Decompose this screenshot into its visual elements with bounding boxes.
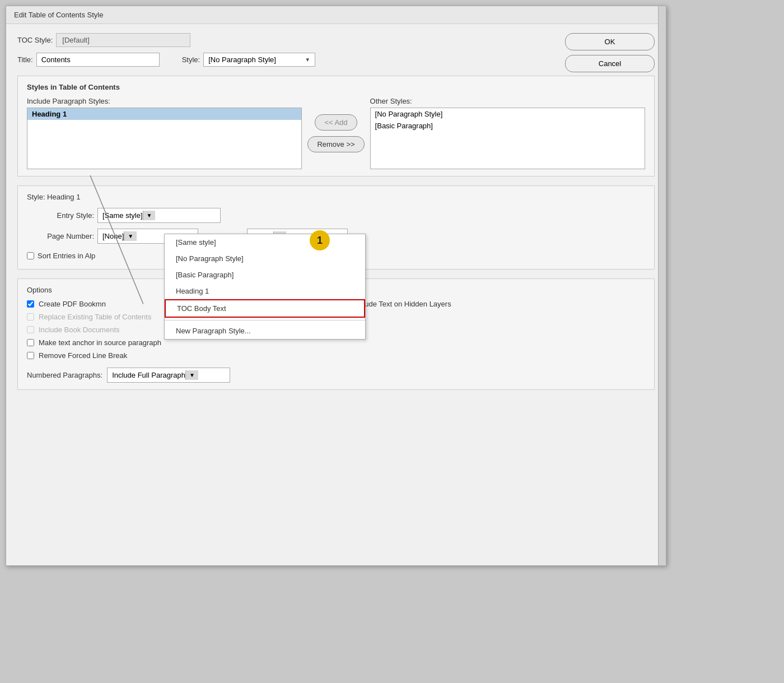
menu-item-no-paragraph[interactable]: [No Paragraph Style] <box>165 250 365 267</box>
page-number-arrow[interactable]: ▼ <box>124 231 137 241</box>
other-list[interactable]: [No Paragraph Style] [Basic Paragraph] <box>370 108 645 169</box>
list-item[interactable]: [No Paragraph Style] <box>371 108 645 120</box>
styles-section-title: Styles in Table of Contents <box>27 83 645 91</box>
cancel-button[interactable]: Cancel <box>565 55 655 72</box>
numbered-paragraphs-arrow[interactable]: ▼ <box>185 370 198 380</box>
ok-button[interactable]: OK <box>565 33 655 50</box>
toc-style-label: TOC Style: <box>17 36 53 44</box>
create-pdf-label: Create PDF Bookmn <box>39 300 106 308</box>
make-text-anchor-checkbox[interactable] <box>27 339 34 346</box>
page-number-label: Page Number: <box>27 232 94 240</box>
remove-forced-checkbox[interactable] <box>27 352 34 359</box>
include-book-checkbox[interactable] <box>27 326 34 333</box>
include-label: Include Paragraph Styles: <box>27 97 302 105</box>
styles-section: Styles in Table of Contents Include Para… <box>17 76 655 176</box>
list-item[interactable]: Heading 1 <box>27 108 301 120</box>
remove-button[interactable]: Remove >> <box>307 136 364 152</box>
create-pdf-checkbox[interactable] <box>27 300 34 308</box>
numbered-paragraphs-value: Include Full Paragraph <box>112 371 185 379</box>
style-dropdown-arrow: ▼ <box>305 57 310 63</box>
sort-entries-label: Sort Entries in Alp <box>38 252 95 260</box>
menu-item-toc-body[interactable]: TOC Body Text <box>165 299 365 318</box>
include-hidden-layers-label: Include Text on Hidden Layers <box>353 300 451 308</box>
entry-style-value: [Same style] <box>102 211 143 220</box>
include-list[interactable]: Heading 1 <box>27 108 302 169</box>
dialog-title: Edit Table of Contents Style <box>6 6 666 24</box>
make-text-anchor-label: Make text anchor in source paragraph <box>39 338 161 347</box>
entry-style-arrow[interactable]: ▼ <box>143 211 156 220</box>
remove-forced-label: Remove Forced Line Break <box>39 351 127 360</box>
entry-style-label: Entry Style: <box>27 211 94 220</box>
title-input[interactable] <box>36 53 160 67</box>
menu-item-new-style[interactable]: New Paragraph Style... <box>165 323 365 339</box>
list-item[interactable]: [Basic Paragraph] <box>371 120 645 132</box>
numbered-paragraphs-dropdown[interactable]: Include Full Paragraph ▼ <box>107 368 230 383</box>
menu-divider <box>165 320 365 320</box>
badge-1: 1 <box>310 230 330 250</box>
replace-existing-checkbox[interactable] <box>27 313 34 320</box>
sort-entries-checkbox[interactable] <box>27 252 34 259</box>
menu-item-heading1[interactable]: Heading 1 <box>165 283 365 299</box>
numbered-paragraphs-label: Numbered Paragraphs: <box>27 371 102 379</box>
scrollbar[interactable] <box>658 6 666 565</box>
toc-style-value: [Default] <box>56 33 190 47</box>
include-book-label: Include Book Documents <box>39 326 120 334</box>
style-label: Style: <box>182 55 200 64</box>
other-label: Other Styles: <box>370 97 645 105</box>
style-section-title: Style: Heading 1 <box>27 193 645 201</box>
style-dropdown[interactable]: [No Paragraph Style] ▼ <box>203 53 315 67</box>
replace-existing-label: Replace Existing Table of Contents <box>39 313 151 321</box>
edit-toc-dialog: Edit Table of Contents Style OK Cancel F… <box>6 6 666 566</box>
menu-item-same-style[interactable]: [Same style] <box>165 234 365 250</box>
entry-style-dropdown[interactable]: [Same style] ▼ <box>97 208 221 223</box>
menu-item-basic-paragraph[interactable]: [Basic Paragraph] <box>165 267 365 283</box>
add-button[interactable]: << Add <box>315 114 357 131</box>
title-label: Title: <box>17 55 33 64</box>
style-heading-section: Style: Heading 1 Entry Style: [Same styl… <box>17 185 655 270</box>
entry-style-menu[interactable]: [Same style] [No Paragraph Style] [Basic… <box>164 234 366 340</box>
style-dropdown-value: [No Paragraph Style] <box>208 55 276 64</box>
